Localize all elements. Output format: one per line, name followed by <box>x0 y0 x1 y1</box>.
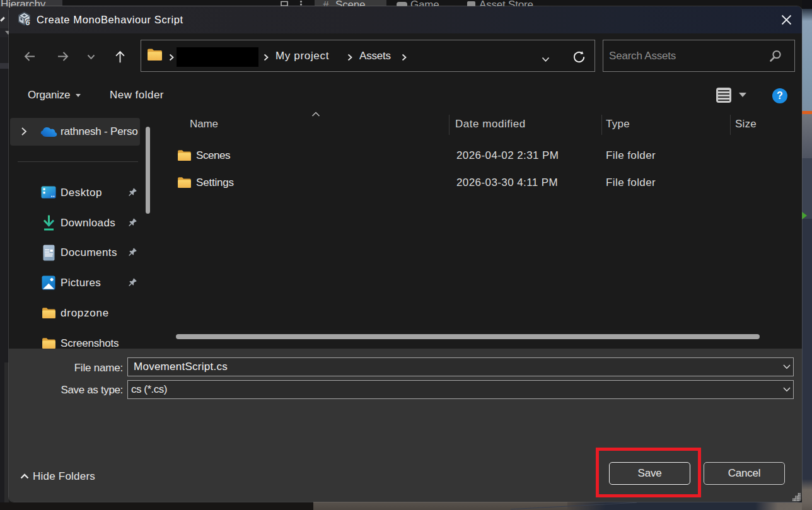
svg-text:6: 6 <box>25 18 30 26</box>
